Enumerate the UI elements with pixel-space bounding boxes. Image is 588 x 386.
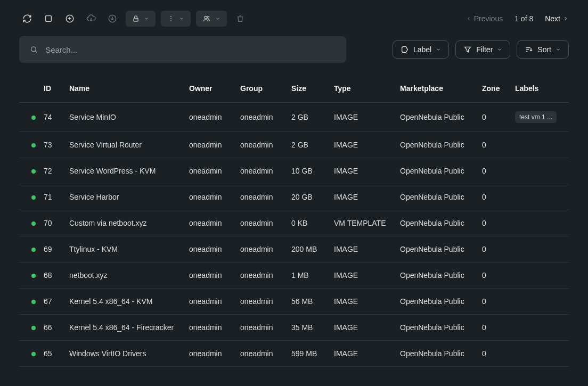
status-dot — [31, 326, 36, 330]
users-icon — [202, 15, 211, 22]
cell-group: oneadmin — [240, 184, 291, 210]
clone-button[interactable] — [104, 11, 120, 27]
col-owner[interactable]: Owner — [189, 84, 240, 103]
col-zone[interactable]: Zone — [482, 84, 515, 103]
cell-size: 20 GB — [291, 184, 334, 210]
cell-labels — [515, 236, 569, 262]
refresh-icon — [22, 14, 32, 23]
cell-zone: 0 — [482, 236, 515, 262]
prev-label: Previous — [474, 14, 503, 23]
cell-group: oneadmin — [240, 315, 291, 341]
table-row[interactable]: 71Service Harboroneadminoneadmin20 GBIMA… — [19, 184, 569, 210]
cell-size: 56 MB — [291, 289, 334, 315]
label-chip[interactable]: test vm 1 ... — [515, 111, 557, 123]
cell-name: Windows VirtIO Drivers — [69, 341, 189, 367]
add-button[interactable] — [62, 11, 78, 27]
cell-id: 73 — [44, 132, 69, 158]
col-name[interactable]: Name — [69, 84, 189, 103]
status-dot — [31, 195, 36, 200]
cell-zone: 0 — [482, 289, 515, 315]
table-row[interactable]: 72Service WordPress - KVMoneadminoneadmi… — [19, 158, 569, 184]
cell-group: oneadmin — [240, 262, 291, 289]
cell-type: IMAGE — [334, 132, 400, 158]
filter-button[interactable]: Filter — [455, 40, 510, 59]
trash-icon — [236, 14, 244, 23]
cell-id: 74 — [44, 103, 69, 132]
col-labels[interactable]: Labels — [515, 84, 569, 103]
label-button[interactable]: Label — [393, 40, 449, 59]
cell-marketplace: OpenNebula Public — [400, 262, 482, 289]
cell-id: 69 — [44, 236, 69, 262]
cell-group: oneadmin — [240, 236, 291, 262]
cell-name: Service WordPress - KVM — [69, 158, 189, 184]
label-button-text: Label — [413, 45, 431, 54]
sort-button-text: Sort — [537, 45, 551, 54]
apps-table: ID Name Owner Group Size Type Marketplac… — [19, 84, 569, 367]
cell-owner: oneadmin — [189, 262, 240, 289]
cell-owner: oneadmin — [189, 158, 240, 184]
next-page-button[interactable]: Next — [545, 14, 569, 23]
col-group[interactable]: Group — [240, 84, 291, 103]
cell-type: IMAGE — [334, 262, 400, 289]
cell-labels — [515, 341, 569, 367]
cell-type: IMAGE — [334, 315, 400, 341]
more-dropdown[interactable] — [161, 11, 191, 27]
sort-icon — [525, 45, 533, 54]
cell-owner: oneadmin — [189, 289, 240, 315]
cell-size: 2 GB — [291, 132, 334, 158]
status-dot — [31, 352, 36, 356]
cell-group: oneadmin — [240, 210, 291, 236]
col-size[interactable]: Size — [291, 84, 334, 103]
cell-group: oneadmin — [240, 132, 291, 158]
status-dot — [31, 274, 36, 278]
svg-rect-0 — [46, 16, 52, 22]
svg-point-10 — [207, 17, 209, 19]
cell-labels — [515, 315, 569, 341]
cell-owner: oneadmin — [189, 341, 240, 367]
cell-size: 0 KB — [291, 210, 334, 236]
table-row[interactable]: 73Service Virtual Routeroneadminoneadmin… — [19, 132, 569, 158]
refresh-button[interactable] — [19, 11, 35, 27]
delete-button[interactable] — [232, 11, 248, 27]
col-marketplace[interactable]: Marketplace — [400, 84, 482, 103]
table-row[interactable]: 68netboot.xyzoneadminoneadmin1 MBIMAGEOp… — [19, 262, 569, 289]
col-type[interactable]: Type — [334, 84, 400, 103]
sort-button[interactable]: Sort — [517, 40, 569, 59]
status-dot — [31, 169, 36, 174]
table-row[interactable]: 74Service MinIOoneadminoneadmin2 GBIMAGE… — [19, 103, 569, 132]
cell-group: oneadmin — [240, 289, 291, 315]
lock-dropdown[interactable] — [126, 11, 156, 27]
cell-zone: 0 — [482, 158, 515, 184]
status-dot — [31, 221, 36, 226]
table-row[interactable]: 69Ttylinux - KVMoneadminoneadmin200 MBIM… — [19, 236, 569, 262]
prev-page-button[interactable]: Previous — [466, 14, 503, 23]
cloud-download-icon — [86, 14, 96, 23]
cell-id: 70 — [44, 210, 69, 236]
cell-labels — [515, 210, 569, 236]
ownership-dropdown[interactable] — [196, 11, 227, 27]
svg-rect-5 — [134, 18, 138, 21]
col-id[interactable]: ID — [44, 84, 69, 103]
chevron-down-icon — [144, 16, 149, 21]
download-circle-icon — [108, 14, 117, 23]
status-dot — [31, 248, 36, 252]
search-input[interactable] — [45, 45, 336, 54]
chevron-down-icon — [436, 47, 441, 52]
table-row[interactable]: 65Windows VirtIO Driversoneadminoneadmin… — [19, 341, 569, 367]
plus-circle-icon — [65, 14, 75, 23]
cell-size: 2 GB — [291, 103, 334, 132]
table-row[interactable]: 66Kernel 5.4 x86_64 - Firecrackeroneadmi… — [19, 315, 569, 341]
svg-point-9 — [205, 16, 207, 19]
page-count: 1 of 8 — [514, 14, 533, 23]
select-all-button[interactable] — [40, 11, 56, 27]
cell-id: 66 — [44, 315, 69, 341]
cell-owner: oneadmin — [189, 315, 240, 341]
search-box[interactable] — [19, 36, 346, 63]
chevron-left-icon — [466, 15, 472, 22]
cell-marketplace: OpenNebula Public — [400, 184, 482, 210]
download-cloud-button[interactable] — [83, 11, 99, 27]
more-vertical-icon — [167, 15, 175, 22]
table-row[interactable]: 67Kernel 5.4 x86_64 - KVMoneadminoneadmi… — [19, 289, 569, 315]
table-row[interactable]: 70Custom via netboot.xyzoneadminoneadmin… — [19, 210, 569, 236]
square-icon — [44, 14, 53, 23]
